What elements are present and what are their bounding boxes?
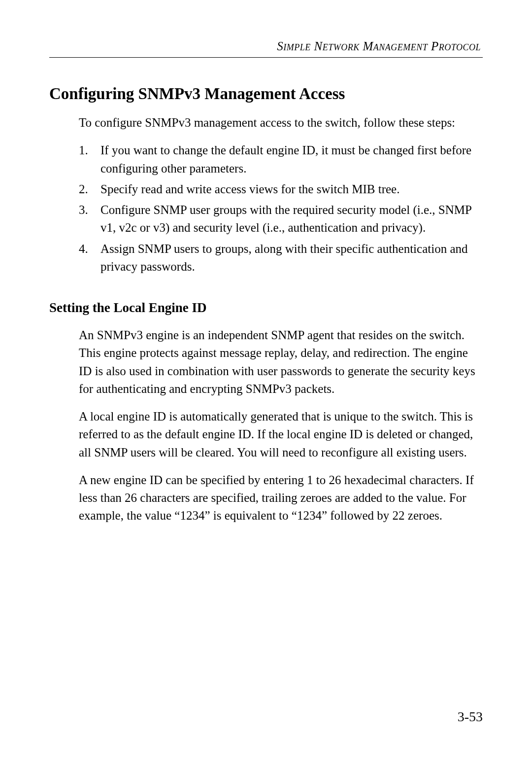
list-item: 1. If you want to change the default eng… bbox=[79, 141, 483, 177]
steps-list: 1. If you want to change the default eng… bbox=[79, 141, 483, 276]
list-number: 4. bbox=[79, 240, 88, 258]
subsection-heading: Setting the Local Engine ID bbox=[49, 300, 483, 316]
list-number: 1. bbox=[79, 141, 88, 159]
list-number: 3. bbox=[79, 201, 88, 219]
section-heading: Configuring SNMPv3 Management Access bbox=[49, 85, 483, 103]
list-number: 2. bbox=[79, 180, 88, 198]
list-text: Configure SNMP user groups with the requ… bbox=[100, 203, 471, 234]
list-text: Specify read and write access views for … bbox=[100, 182, 399, 196]
body-paragraph-3: A new engine ID can be specified by ente… bbox=[79, 471, 483, 525]
list-text: If you want to change the default engine… bbox=[100, 143, 471, 175]
list-text: Assign SNMP users to groups, along with … bbox=[100, 242, 468, 273]
body-paragraph-1: An SNMPv3 engine is an independent SNMP … bbox=[79, 326, 483, 398]
header-rule bbox=[49, 57, 483, 58]
list-item: 2. Specify read and write access views f… bbox=[79, 180, 483, 198]
page-number: 3-53 bbox=[458, 709, 483, 725]
intro-paragraph: To configure SNMPv3 management access to… bbox=[79, 114, 483, 132]
running-header: Simple Network Management Protocol bbox=[49, 39, 483, 53]
body-paragraph-2: A local engine ID is automatically gener… bbox=[79, 408, 483, 461]
list-item: 3. Configure SNMP user groups with the r… bbox=[79, 201, 483, 237]
list-item: 4. Assign SNMP users to groups, along wi… bbox=[79, 240, 483, 276]
